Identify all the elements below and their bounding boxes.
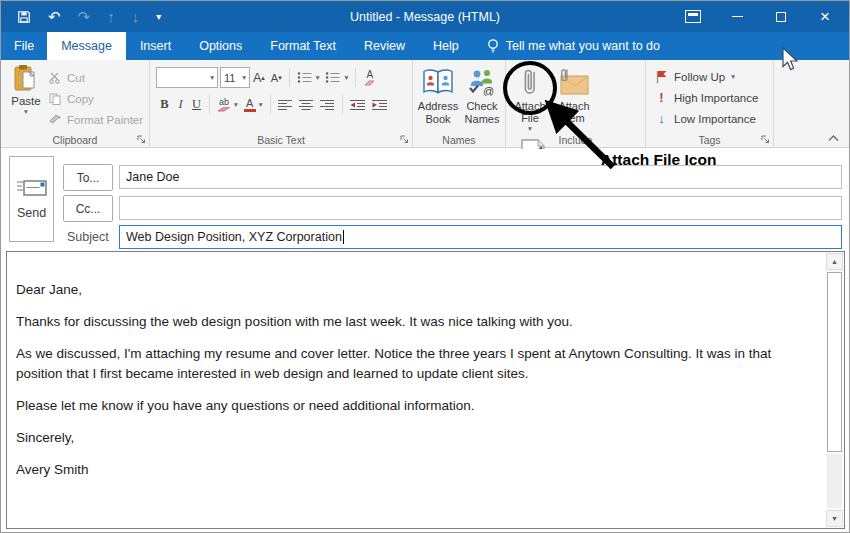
paste-button[interactable]: Paste ▾: [6, 64, 46, 130]
subject-field[interactable]: Web Design Position, XYZ Corporation: [119, 225, 842, 249]
underline-button[interactable]: U: [188, 94, 205, 115]
tab-file[interactable]: File: [1, 32, 47, 60]
window-controls: ×: [671, 1, 847, 32]
divider: [270, 95, 271, 114]
follow-up-button[interactable]: Follow Up ▾: [655, 66, 773, 87]
shrink-font-button[interactable]: A▾: [268, 67, 285, 88]
names-group: Address Book @ Check Names Names: [413, 60, 506, 147]
numbering-button[interactable]: ▾: [322, 67, 351, 88]
tab-format-text[interactable]: Format Text: [256, 32, 350, 60]
close-button[interactable]: ×: [803, 1, 847, 32]
address-book-icon: [422, 64, 454, 100]
send-label: Send: [17, 206, 46, 220]
low-importance-button[interactable]: ↓ Low Importance: [655, 108, 773, 129]
to-button[interactable]: To...: [63, 164, 113, 191]
align-right-button[interactable]: [317, 94, 338, 115]
tab-insert[interactable]: Insert: [126, 32, 185, 60]
subject-label: Subject: [67, 230, 109, 244]
cc-field[interactable]: [119, 196, 842, 220]
svg-text:@: @: [483, 85, 494, 96]
save-icon[interactable]: [17, 10, 31, 24]
message-body-text[interactable]: Dear Jane, Thanks for discussing the web…: [7, 252, 826, 528]
minimize-icon: [732, 16, 743, 18]
send-button[interactable]: Send: [9, 156, 54, 242]
font-color-button[interactable]: A ▾: [241, 94, 266, 115]
tab-review[interactable]: Review: [350, 32, 419, 60]
paste-dropdown-icon: ▾: [24, 108, 28, 116]
undo-icon[interactable]: ↶: [48, 9, 61, 24]
low-importance-label: Low Importance: [674, 113, 756, 125]
ribbon-display-options-button[interactable]: [671, 1, 715, 32]
tab-help[interactable]: Help: [419, 32, 473, 60]
tab-options[interactable]: Options: [185, 32, 256, 60]
font-family-select[interactable]: ▾: [156, 67, 218, 88]
scroll-up-button[interactable]: ▲: [826, 253, 843, 270]
format-painter-button[interactable]: Format Painter: [49, 109, 143, 130]
attach-item-button[interactable]: Attach Item ▾: [552, 60, 596, 132]
attach-file-icon: [521, 64, 539, 100]
scrollbar-track[interactable]: [827, 454, 842, 508]
cc-button[interactable]: Cc...: [63, 195, 113, 222]
high-importance-button[interactable]: ! High Importance: [655, 87, 773, 108]
attach-file-button[interactable]: Attach File ▾: [508, 60, 552, 132]
format-painter-icon: [49, 114, 62, 126]
collapse-ribbon-icon[interactable]: [828, 135, 839, 142]
copy-icon: [49, 93, 62, 105]
follow-up-label: Follow Up: [674, 71, 725, 83]
align-right-icon: [320, 99, 335, 111]
minimize-button[interactable]: [715, 1, 759, 32]
body-paragraph: Dear Jane,: [16, 280, 816, 300]
outlook-message-window: ↶ ↷ ↑ ↓ ▾ Untitled - Message (HTML) × Fi…: [0, 0, 850, 533]
vertical-scrollbar[interactable]: ▲ ▼: [826, 253, 843, 527]
scrollbar-thumb[interactable]: [827, 272, 842, 452]
align-center-button[interactable]: [296, 94, 317, 115]
grow-font-button[interactable]: A▴: [250, 67, 268, 88]
window-title: Untitled - Message (HTML): [350, 1, 500, 32]
message-body[interactable]: Dear Jane, Thanks for discussing the web…: [6, 251, 845, 529]
increase-indent-button[interactable]: [369, 94, 391, 115]
clear-formatting-button[interactable]: A: [360, 67, 379, 88]
move-down-icon: ↓: [132, 9, 140, 24]
qat-customize-icon[interactable]: ▾: [156, 12, 161, 22]
maximize-icon: [776, 12, 786, 22]
paste-label: Paste: [11, 95, 40, 107]
address-book-button[interactable]: Address Book: [416, 60, 460, 132]
highlight-dropdown-icon: ▾: [234, 101, 238, 109]
format-painter-label: Format Painter: [67, 114, 143, 126]
paste-icon: [13, 64, 39, 92]
align-left-button[interactable]: [275, 94, 296, 115]
attach-file-label: Attach File: [508, 100, 552, 125]
shrink-font-icon: A: [271, 72, 278, 84]
scroll-down-button[interactable]: ▼: [826, 510, 843, 527]
body-paragraph: Avery Smith: [16, 460, 816, 480]
text-highlight-icon: ab: [217, 98, 231, 112]
body-paragraph: Please let me know if you have any quest…: [16, 396, 816, 416]
include-group-label: Include: [506, 134, 645, 146]
title-bar: ↶ ↷ ↑ ↓ ▾ Untitled - Message (HTML) ×: [1, 1, 849, 32]
basic-text-group: ▾ 11 ▾ A▴ A▾ ▾: [150, 60, 413, 147]
font-size-select[interactable]: 11 ▾: [220, 67, 250, 88]
to-field-value: Jane Doe: [126, 170, 180, 184]
cut-button[interactable]: Cut: [49, 67, 143, 88]
decrease-indent-button[interactable]: [347, 94, 369, 115]
tell-me-box[interactable]: Tell me what you want to do: [487, 32, 660, 60]
basic-text-group-label: Basic Text: [150, 134, 412, 146]
clipboard-dialog-launcher-icon[interactable]: [137, 135, 146, 144]
body-paragraph: Thanks for discussing the web design pos…: [16, 312, 816, 332]
text-highlight-button[interactable]: ab ▾: [214, 94, 241, 115]
bold-button[interactable]: B: [156, 94, 173, 115]
divider: [289, 68, 290, 87]
move-up-icon: ↑: [107, 9, 115, 24]
basic-text-dialog-launcher-icon[interactable]: [400, 135, 409, 144]
to-field[interactable]: Jane Doe: [119, 165, 842, 189]
tags-dialog-launcher-icon[interactable]: [761, 135, 770, 144]
check-names-button[interactable]: @ Check Names: [460, 60, 504, 132]
bullets-button[interactable]: ▾: [294, 67, 323, 88]
maximize-button[interactable]: [759, 1, 803, 32]
ribbon: Paste ▾ Cut Copy: [1, 60, 849, 148]
copy-button[interactable]: Copy: [49, 88, 143, 109]
tab-message[interactable]: Message: [47, 32, 126, 60]
increase-indent-icon: [372, 99, 388, 111]
quick-access-toolbar: ↶ ↷ ↑ ↓ ▾: [17, 1, 161, 32]
italic-button[interactable]: I: [173, 94, 188, 115]
